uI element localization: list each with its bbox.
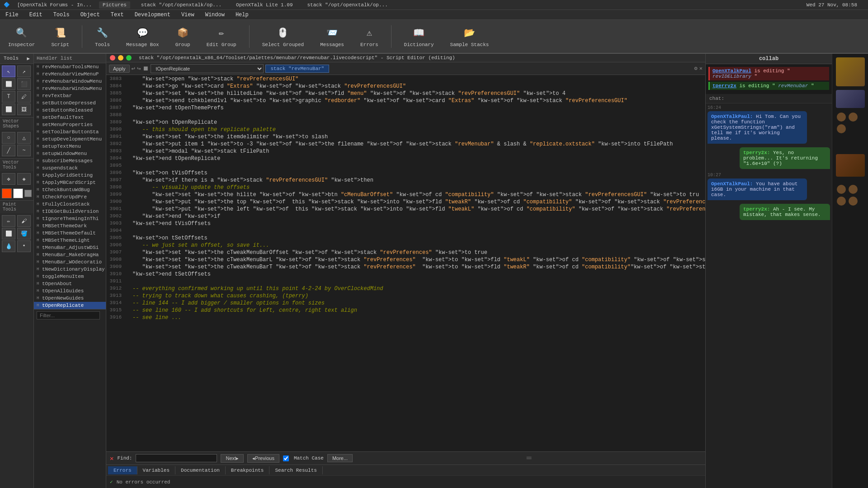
eraser-tool[interactable]: ⬜ xyxy=(2,228,15,239)
script-list-item[interactable]: Hsuspendstack xyxy=(34,164,106,172)
find-next-btn[interactable]: Next▸ xyxy=(221,454,244,463)
script-list-item[interactable]: HsetToolbarButtonSta xyxy=(34,128,106,136)
close-editor-icon[interactable]: ✕ xyxy=(699,65,703,72)
menu-view[interactable]: View xyxy=(179,11,196,19)
script-list-item[interactable]: HtIgnoreThemingInThi xyxy=(34,215,106,222)
script-list-item[interactable]: HtOpenNewGuides xyxy=(34,295,106,302)
dropper-tool[interactable]: 💧 xyxy=(2,240,15,252)
script-list-item[interactable]: HtMenuBar_MakeDragHa xyxy=(34,251,106,258)
script-list-item[interactable]: HtNewDictionaryDisplay xyxy=(34,266,106,273)
chat-username[interactable]: OpenXTalkPaul: xyxy=(711,114,756,119)
script-list-item[interactable]: HrevMenubarWindowMenu xyxy=(34,85,106,92)
oval-tool[interactable]: ○ xyxy=(2,132,15,144)
chat-username[interactable]: OpenXTalkPaul: xyxy=(711,181,756,187)
chat-username[interactable]: tperry2x: xyxy=(743,150,773,155)
match-case-checkbox[interactable] xyxy=(283,455,289,461)
chat-username[interactable]: tperry2x: xyxy=(743,206,773,212)
tab-openxtalk[interactable]: OpenXTalk Lite 1.09 xyxy=(232,1,296,9)
tab-errors[interactable]: Errors xyxy=(108,466,137,474)
script-list-item[interactable]: HsetupDevelopmentMenu xyxy=(34,136,106,143)
script-list-item[interactable]: HtApplyGridSetting xyxy=(34,172,106,179)
redo-btn[interactable]: ↪ xyxy=(137,65,141,72)
menu-help[interactable]: Help xyxy=(234,11,250,19)
script-list-item[interactable]: HsetDefaultText xyxy=(34,114,106,121)
script-list-item[interactable]: HtMBSetThemeDark xyxy=(34,222,106,230)
line-tool[interactable]: ╱ xyxy=(2,145,15,156)
tab-breakpoints[interactable]: Breakpoints xyxy=(226,466,270,474)
script-list-item[interactable]: HtOpenReplicate xyxy=(34,302,106,309)
collab-user1-name[interactable]: OpenXTalkPaul xyxy=(712,68,751,74)
script-list-item[interactable]: HsubscribeMessages xyxy=(34,157,106,164)
find-close-btn[interactable]: ✕ xyxy=(110,455,113,462)
tab-search-results[interactable]: Search Results xyxy=(269,466,322,474)
settings-icon[interactable]: ⚙ xyxy=(694,65,698,72)
script-list-item[interactable]: HtCheckForUpdPre xyxy=(34,193,106,201)
image-tool[interactable]: 🖼 xyxy=(17,103,31,115)
script-list-item[interactable]: HrevMenubarWindowMenu xyxy=(34,78,106,85)
find-input[interactable] xyxy=(136,454,217,462)
script-list-item[interactable]: HrevTextbar xyxy=(34,92,106,99)
node-tool[interactable]: ◈ xyxy=(17,173,31,185)
script-list-item[interactable]: HtIDEGetBuildVersion xyxy=(34,208,106,215)
messages-tool[interactable]: 📨 Messages xyxy=(316,24,348,49)
background-swatch[interactable] xyxy=(13,188,23,198)
menu-development[interactable]: Development xyxy=(133,11,172,19)
transform-tool[interactable]: ✥ xyxy=(2,173,15,185)
select-tool[interactable]: ⬛ xyxy=(17,78,31,90)
script-list-item[interactable]: HtFullyCloseStack xyxy=(34,201,106,208)
script-list-item[interactable]: HtApplyMBCardScript xyxy=(34,179,106,186)
script-list-item[interactable]: HsetupTextMenu xyxy=(34,143,106,150)
poly-tool[interactable]: △ xyxy=(17,132,31,144)
script-list-item[interactable]: HtoggleMenuItem xyxy=(34,273,106,280)
tab-pictures[interactable]: Pictures xyxy=(99,1,130,9)
foreground-swatch[interactable] xyxy=(2,188,12,198)
tab-variables[interactable]: Variables xyxy=(137,466,175,474)
arrow-tool[interactable]: ↖ xyxy=(2,66,15,77)
script-tool[interactable]: 📜 Script xyxy=(47,24,73,49)
find-previous-btn[interactable]: ◂Previous xyxy=(247,454,279,463)
script-list-item[interactable]: HtOpenAllGuides xyxy=(34,287,106,295)
errors-tool[interactable]: ⚠️ Errors xyxy=(357,24,382,49)
text-tool[interactable]: T xyxy=(2,91,15,103)
select-grouped-tool[interactable]: 🖱️ Select Grouped xyxy=(259,24,307,49)
menu-object[interactable]: Object xyxy=(79,11,102,19)
handler-dropdown[interactable]: tOpenReplicate xyxy=(151,64,264,73)
script-list-item[interactable]: HrevMenubarToolsMenu xyxy=(34,63,106,70)
apply-button[interactable]: Apply xyxy=(109,65,130,73)
tools-expand-icon[interactable]: ▶ xyxy=(27,56,30,61)
menu-text[interactable]: Text xyxy=(109,11,126,19)
script-list-item[interactable]: HtMenuBar_WOdecoratio xyxy=(34,258,106,266)
dictionary-tool[interactable]: 📖 Dictionary xyxy=(401,24,438,49)
code-content[interactable]: 3883 "kw-set">open "kw-set">stack "revPr… xyxy=(106,75,705,451)
tab-stack1[interactable]: stack "/opt/openxtalk/op... xyxy=(137,1,225,9)
tools-tool[interactable]: 🔧 Tools xyxy=(91,24,113,49)
script-list-item[interactable]: HsetMenuProperties xyxy=(34,121,106,128)
close-btn[interactable] xyxy=(110,55,115,61)
script-list-item[interactable]: HtMBSetThemeLight xyxy=(34,237,106,244)
minimize-btn[interactable] xyxy=(118,55,123,61)
script-list-item[interactable]: HtOpenAbout xyxy=(34,280,106,287)
script-list-item[interactable]: HtMBSetThemeDefault xyxy=(34,230,106,237)
menu-file[interactable]: File xyxy=(4,11,20,19)
find-more-btn[interactable]: More... xyxy=(327,454,353,462)
menu-edit[interactable]: Edit xyxy=(28,11,44,19)
browse-tool[interactable]: ↗ xyxy=(17,66,31,77)
bucket-tool[interactable]: 🪣 xyxy=(17,228,31,239)
collab-user2-name[interactable]: tperry2x xyxy=(712,83,736,89)
edit-group-tool[interactable]: ✏️ Edit Group xyxy=(203,24,240,49)
button-tool[interactable]: ⬜ xyxy=(2,103,15,115)
tab-stack2[interactable]: stack "/opt/openxtalk/op... xyxy=(304,1,392,9)
script-list-item[interactable]: HsetButtonReleased xyxy=(34,107,106,114)
pencil-tool[interactable]: ✏ xyxy=(2,215,15,227)
menu-tools[interactable]: Tools xyxy=(52,11,71,19)
menu-window[interactable]: Window xyxy=(203,11,226,19)
color-picker[interactable] xyxy=(24,190,32,197)
maximize-btn[interactable] xyxy=(126,55,132,61)
group-tool[interactable]: 📦 Group xyxy=(172,24,194,49)
script-list-item[interactable]: HsetupWindowMenu xyxy=(34,150,106,157)
script-list-item[interactable]: HrevMenubarViewMenuP xyxy=(34,70,106,78)
undo-btn[interactable]: ↩ xyxy=(132,65,135,72)
bezier-tool[interactable]: ~ xyxy=(17,145,31,156)
script-list-item[interactable]: HsetButtonDepressed xyxy=(34,99,106,107)
stop-btn[interactable]: ⏹ xyxy=(142,65,149,72)
